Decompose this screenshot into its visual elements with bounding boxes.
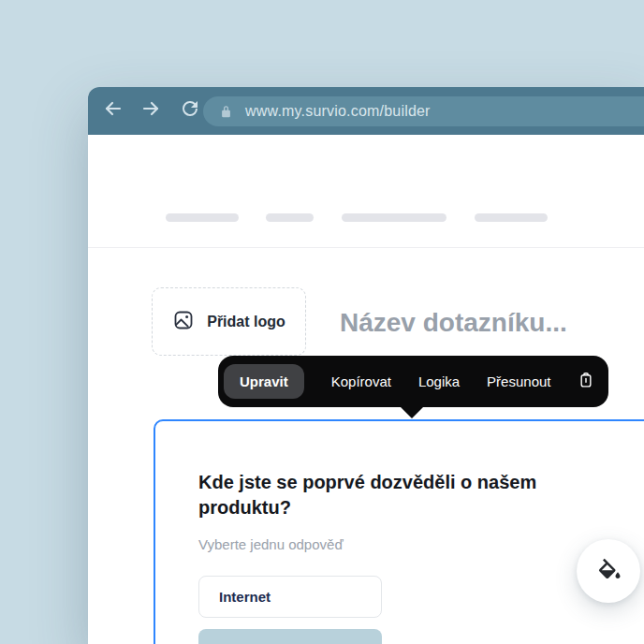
paint-bucket-icon: [594, 557, 622, 585]
toolbar-caret: [400, 406, 424, 418]
theme-color-button[interactable]: [577, 539, 640, 603]
question-title: Kde jste se poprvé dozvěděli o našem pro…: [198, 470, 562, 520]
nav-skeleton-bar: [266, 213, 314, 222]
add-logo-button[interactable]: Přidat logo: [152, 287, 306, 356]
reload-button[interactable]: [178, 95, 202, 126]
question-card: Kde jste se poprvé dozvěděli o našem pro…: [154, 419, 644, 644]
toolbar-item-upravit[interactable]: Upravit: [224, 364, 304, 399]
add-logo-label: Přidat logo: [207, 314, 285, 330]
survey-title-input[interactable]: Název dotazníku...: [340, 308, 567, 338]
forward-arrow-icon: [139, 97, 162, 124]
question-toolbar: Upravit Kopírovat Logika Přesunout: [218, 356, 608, 407]
delete-question-button[interactable]: [577, 371, 595, 393]
nav-skeleton-bar: [342, 213, 446, 222]
back-arrow-icon: [102, 97, 124, 124]
browser-chrome: www.my.survio.com/builder: [88, 87, 644, 135]
nav-skeleton-bar: [166, 213, 239, 222]
browser-window: www.my.survio.com/builder Přidat logo Ná…: [88, 87, 644, 644]
address-bar[interactable]: www.my.survio.com/builder: [203, 96, 644, 126]
reload-icon: [179, 97, 201, 124]
header-divider: [88, 247, 644, 248]
toolbar-item-logika[interactable]: Logika: [418, 373, 460, 389]
url-text: www.my.survio.com/builder: [245, 103, 431, 120]
answer-option-televize[interactable]: Televize: [198, 629, 382, 644]
builder-page: Přidat logo Název dotazníku... Upravit K…: [88, 135, 644, 644]
toolbar-item-kopirovat[interactable]: Kopírovat: [331, 373, 391, 389]
forward-button[interactable]: [139, 95, 163, 126]
image-icon: [172, 309, 195, 335]
trash-icon: [577, 371, 595, 393]
nav-skeleton-bar: [475, 213, 548, 222]
canvas: www.my.survio.com/builder Přidat logo Ná…: [0, 0, 644, 644]
toolbar-item-presunout[interactable]: Přesunout: [487, 373, 550, 389]
lock-icon: [219, 104, 233, 120]
back-button[interactable]: [101, 95, 125, 126]
answer-option-internet[interactable]: Internet: [198, 576, 382, 618]
question-subtitle: Vyberte jednu odpověď: [198, 536, 638, 552]
